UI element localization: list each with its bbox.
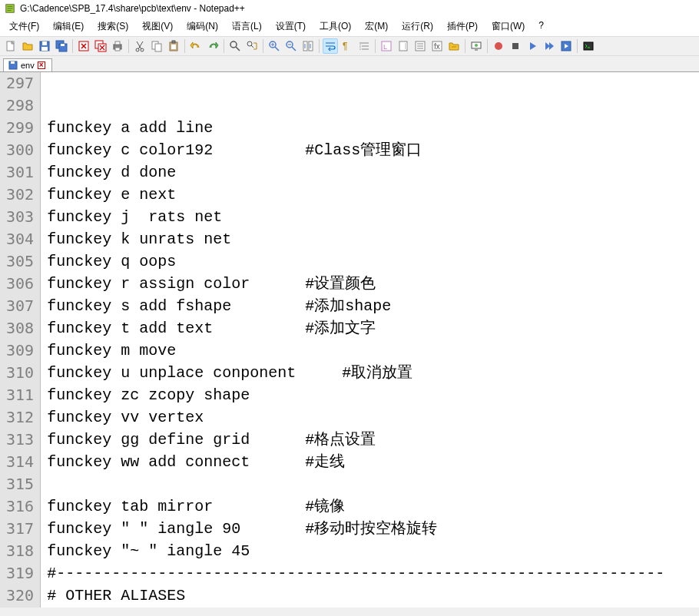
menu-macro[interactable]: 宏(M) [359, 18, 394, 35]
code-line[interactable]: funckey m move [47, 339, 699, 362]
menu-settings[interactable]: 设置(T) [270, 18, 312, 35]
menu-plugins[interactable]: 插件(P) [441, 18, 484, 35]
menu-file[interactable]: 文件(F) [3, 18, 45, 35]
code-line[interactable]: funckey d done [47, 161, 699, 184]
show-all-chars-icon[interactable]: ¶ [340, 38, 355, 54]
tab-close-icon[interactable]: × [38, 61, 45, 69]
line-number: 299 [6, 117, 34, 139]
word-wrap-icon[interactable] [323, 38, 338, 54]
print-icon[interactable] [110, 38, 125, 54]
svg-point-14 [136, 48, 139, 51]
svg-text:¶: ¶ [343, 41, 347, 51]
code-line[interactable] [47, 72, 699, 94]
close-icon[interactable] [76, 38, 91, 54]
paste-icon[interactable] [166, 38, 181, 54]
menu-help[interactable]: ? [532, 18, 550, 35]
play-macro-icon[interactable] [525, 38, 540, 54]
save-macro-icon[interactable] [558, 38, 574, 54]
code-line[interactable]: funckey zc zcopy shape [47, 384, 699, 406]
code-line[interactable]: # OTHER ALIASES [47, 585, 699, 607]
menu-view[interactable]: 视图(V) [136, 18, 179, 35]
menu-tools[interactable]: 工具(O) [313, 18, 357, 35]
menu-encoding[interactable]: 编码(N) [181, 18, 224, 35]
line-number: 311 [6, 384, 34, 406]
new-file-icon[interactable] [3, 38, 18, 54]
code-line[interactable] [47, 94, 699, 117]
line-number: 302 [6, 184, 34, 206]
svg-rect-40 [584, 42, 593, 50]
save-icon[interactable] [37, 38, 52, 54]
code-line[interactable]: funckey gg define grid #格点设置 [47, 429, 699, 451]
code-line[interactable]: funckey vv vertex [47, 406, 699, 429]
code-line[interactable] [47, 473, 699, 495]
menu-edit[interactable]: 编辑(E) [47, 18, 90, 35]
line-number: 301 [6, 161, 34, 184]
code-line[interactable]: funckey s add fshape #添加shape [47, 295, 699, 317]
code-line[interactable]: funckey ww add connect #走线 [47, 451, 699, 473]
menu-search[interactable]: 搜索(S) [91, 18, 134, 35]
line-number: 304 [6, 228, 34, 250]
line-number: 306 [6, 273, 34, 295]
monitor-icon[interactable] [469, 38, 484, 54]
menu-window[interactable]: 窗口(W) [485, 18, 531, 35]
console-icon[interactable] [581, 38, 596, 54]
line-number: 312 [6, 406, 34, 429]
code-line[interactable]: #---------------------------------------… [47, 562, 699, 585]
svg-rect-38 [512, 43, 518, 49]
copy-icon[interactable] [149, 38, 164, 54]
code-line[interactable]: funckey c color192 #Class管理窗口 [47, 139, 699, 161]
line-number-gutter: 2972982993003013023033043053063073083093… [0, 72, 41, 608]
code-line[interactable]: funckey "~ " iangle 45 [47, 540, 699, 562]
stop-macro-icon[interactable] [508, 38, 523, 54]
doc-list-icon[interactable] [412, 38, 428, 54]
svg-rect-19 [172, 41, 175, 43]
doc-map-icon[interactable] [396, 38, 411, 54]
line-number: 303 [6, 206, 34, 228]
svg-rect-7 [61, 44, 65, 46]
function-list-icon[interactable]: fx [429, 38, 445, 54]
redo-icon[interactable] [205, 38, 220, 54]
code-line[interactable]: funckey a add line [47, 117, 699, 139]
code-line[interactable]: funckey q oops [47, 250, 699, 273]
menu-language[interactable]: 语言(L) [226, 18, 268, 35]
code-line[interactable]: funckey u unplace conponent #取消放置 [47, 362, 699, 384]
tab-env[interactable]: env × [3, 58, 52, 71]
cut-icon[interactable] [132, 38, 147, 54]
undo-icon[interactable] [188, 38, 204, 54]
record-macro-icon[interactable] [491, 38, 506, 54]
line-number: 317 [6, 518, 34, 540]
sync-scroll-icon[interactable] [300, 38, 316, 54]
tab-label: env [21, 61, 35, 70]
svg-text:fx: fx [434, 42, 440, 51]
open-file-icon[interactable] [20, 38, 35, 54]
zoom-in-icon[interactable] [267, 38, 282, 54]
file-tab-icon [8, 61, 18, 70]
save-all-icon[interactable] [54, 38, 69, 54]
code-line[interactable]: funckey " " iangle 90 #移动时按空格旋转 [47, 518, 699, 540]
code-line[interactable]: funckey t add text #添加文字 [47, 317, 699, 339]
svg-point-36 [475, 44, 478, 47]
line-number: 308 [6, 317, 34, 339]
code-line[interactable]: funckey k unrats net [47, 228, 699, 250]
play-macro-multi-icon[interactable] [542, 38, 557, 54]
folder-workspace-icon[interactable] [446, 38, 462, 54]
code-area[interactable]: funckey a add linefunckey c color192 #Cl… [41, 72, 699, 608]
code-line[interactable]: funckey j rats net [47, 206, 699, 228]
menu-run[interactable]: 运行(R) [396, 18, 439, 35]
svg-rect-3 [42, 41, 47, 45]
language-icon[interactable]: L [379, 38, 394, 54]
replace-icon[interactable] [244, 38, 260, 54]
titlebar: G:\Cadence\SPB_17.4\share\pcb\text\env -… [0, 0, 699, 17]
close-all-icon[interactable] [93, 38, 108, 54]
code-line[interactable]: funckey e next [47, 184, 699, 206]
code-line[interactable]: funckey r assign color #设置颜色 [47, 273, 699, 295]
find-icon[interactable] [227, 38, 243, 54]
svg-rect-20 [171, 45, 176, 49]
line-number: 310 [6, 362, 34, 384]
indent-guide-icon[interactable] [356, 38, 372, 54]
svg-point-15 [141, 48, 144, 51]
line-number: 298 [6, 94, 34, 117]
zoom-out-icon[interactable] [283, 38, 299, 54]
code-line[interactable]: funckey tab mirror #镜像 [47, 495, 699, 518]
editor[interactable]: 2972982993003013023033043053063073083093… [0, 72, 699, 608]
